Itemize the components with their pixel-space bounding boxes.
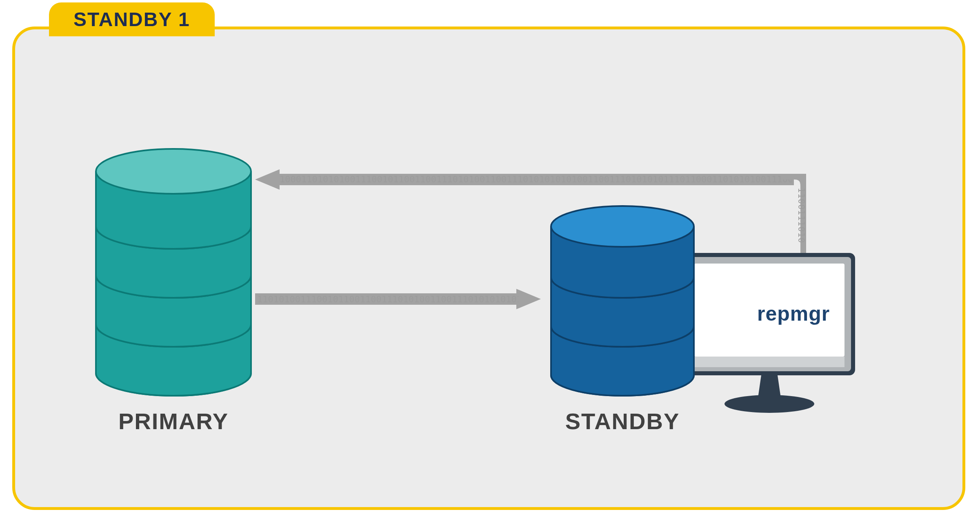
standby-database: STANDBY <box>547 204 698 400</box>
binary-stream-vertical: 1100111010 <box>796 188 806 257</box>
repmgr-label: repmgr <box>757 302 830 326</box>
database-icon <box>92 147 255 400</box>
binary-stream-top: 1000110101010011100101100110011101010011… <box>280 174 792 184</box>
repmgr-monitor: repmgr <box>684 253 855 420</box>
svg-marker-1 <box>255 169 280 190</box>
standby-label: STANDBY <box>565 408 680 434</box>
svg-point-17 <box>551 206 694 247</box>
svg-rect-7 <box>694 357 844 367</box>
svg-point-8 <box>724 395 814 413</box>
svg-point-13 <box>96 149 251 194</box>
binary-stream-mid: 1101010011100101100110011101010011001110… <box>257 294 518 304</box>
primary-label: PRIMARY <box>118 408 229 434</box>
svg-marker-3 <box>516 289 541 309</box>
diagram-tab-label: STANDBY 1 <box>73 9 190 30</box>
database-icon <box>547 204 698 400</box>
diagram-tab: STANDBY 1 <box>49 2 215 36</box>
primary-database: PRIMARY <box>92 147 255 400</box>
